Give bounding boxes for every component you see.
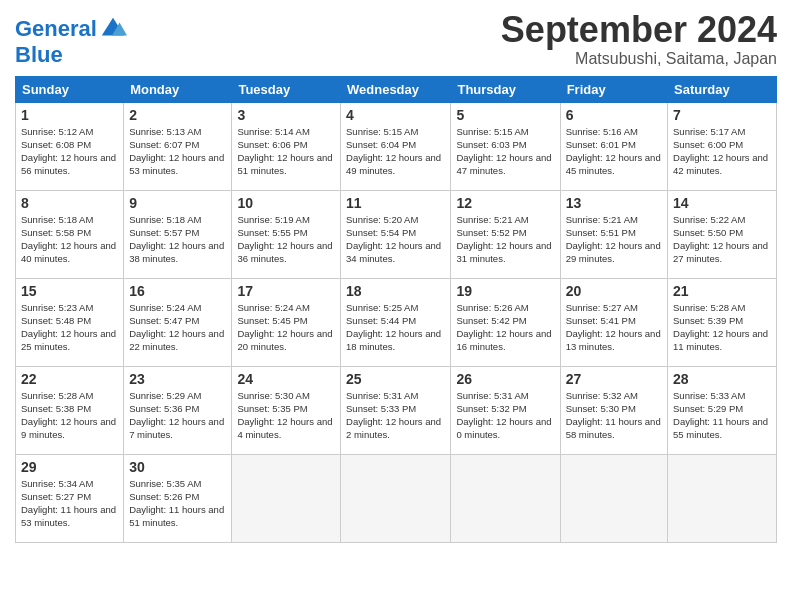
- table-row: 26Sunrise: 5:31 AMSunset: 5:32 PMDayligh…: [451, 366, 560, 454]
- day-number: 27: [566, 371, 662, 387]
- col-thursday: Thursday: [451, 76, 560, 102]
- logo: General Blue: [15, 15, 127, 67]
- table-row: [232, 454, 341, 542]
- table-row: [560, 454, 667, 542]
- calendar-table: Sunday Monday Tuesday Wednesday Thursday…: [15, 76, 777, 543]
- table-row: 20Sunrise: 5:27 AMSunset: 5:41 PMDayligh…: [560, 278, 667, 366]
- col-saturday: Saturday: [668, 76, 777, 102]
- table-row: 27Sunrise: 5:32 AMSunset: 5:30 PMDayligh…: [560, 366, 667, 454]
- logo-text: General: [15, 17, 97, 41]
- table-row: 10Sunrise: 5:19 AMSunset: 5:55 PMDayligh…: [232, 190, 341, 278]
- day-info: Sunrise: 5:27 AMSunset: 5:41 PMDaylight:…: [566, 301, 662, 354]
- day-info: Sunrise: 5:30 AMSunset: 5:35 PMDaylight:…: [237, 389, 335, 442]
- day-number: 19: [456, 283, 554, 299]
- day-number: 9: [129, 195, 226, 211]
- day-number: 12: [456, 195, 554, 211]
- day-info: Sunrise: 5:14 AMSunset: 6:06 PMDaylight:…: [237, 125, 335, 178]
- day-info: Sunrise: 5:28 AMSunset: 5:38 PMDaylight:…: [21, 389, 118, 442]
- title-area: September 2024 Matsubushi, Saitama, Japa…: [501, 10, 777, 68]
- day-number: 11: [346, 195, 445, 211]
- day-info: Sunrise: 5:34 AMSunset: 5:27 PMDaylight:…: [21, 477, 118, 530]
- day-info: Sunrise: 5:12 AMSunset: 6:08 PMDaylight:…: [21, 125, 118, 178]
- day-info: Sunrise: 5:18 AMSunset: 5:58 PMDaylight:…: [21, 213, 118, 266]
- day-info: Sunrise: 5:17 AMSunset: 6:00 PMDaylight:…: [673, 125, 771, 178]
- day-number: 5: [456, 107, 554, 123]
- day-number: 17: [237, 283, 335, 299]
- calendar-row-5: 29Sunrise: 5:34 AMSunset: 5:27 PMDayligh…: [16, 454, 777, 542]
- table-row: 7Sunrise: 5:17 AMSunset: 6:00 PMDaylight…: [668, 102, 777, 190]
- day-number: 3: [237, 107, 335, 123]
- day-info: Sunrise: 5:35 AMSunset: 5:26 PMDaylight:…: [129, 477, 226, 530]
- day-info: Sunrise: 5:22 AMSunset: 5:50 PMDaylight:…: [673, 213, 771, 266]
- table-row: 1Sunrise: 5:12 AMSunset: 6:08 PMDaylight…: [16, 102, 124, 190]
- day-info: Sunrise: 5:23 AMSunset: 5:48 PMDaylight:…: [21, 301, 118, 354]
- col-sunday: Sunday: [16, 76, 124, 102]
- day-number: 21: [673, 283, 771, 299]
- table-row: 15Sunrise: 5:23 AMSunset: 5:48 PMDayligh…: [16, 278, 124, 366]
- day-info: Sunrise: 5:16 AMSunset: 6:01 PMDaylight:…: [566, 125, 662, 178]
- day-number: 22: [21, 371, 118, 387]
- day-number: 18: [346, 283, 445, 299]
- calendar-header-row: Sunday Monday Tuesday Wednesday Thursday…: [16, 76, 777, 102]
- day-number: 24: [237, 371, 335, 387]
- day-number: 8: [21, 195, 118, 211]
- day-number: 4: [346, 107, 445, 123]
- day-info: Sunrise: 5:15 AMSunset: 6:04 PMDaylight:…: [346, 125, 445, 178]
- day-number: 1: [21, 107, 118, 123]
- day-number: 16: [129, 283, 226, 299]
- day-number: 25: [346, 371, 445, 387]
- location-subtitle: Matsubushi, Saitama, Japan: [501, 50, 777, 68]
- table-row: 29Sunrise: 5:34 AMSunset: 5:27 PMDayligh…: [16, 454, 124, 542]
- day-number: 30: [129, 459, 226, 475]
- table-row: 12Sunrise: 5:21 AMSunset: 5:52 PMDayligh…: [451, 190, 560, 278]
- day-info: Sunrise: 5:26 AMSunset: 5:42 PMDaylight:…: [456, 301, 554, 354]
- table-row: 5Sunrise: 5:15 AMSunset: 6:03 PMDaylight…: [451, 102, 560, 190]
- day-number: 14: [673, 195, 771, 211]
- col-tuesday: Tuesday: [232, 76, 341, 102]
- day-info: Sunrise: 5:19 AMSunset: 5:55 PMDaylight:…: [237, 213, 335, 266]
- day-number: 28: [673, 371, 771, 387]
- col-friday: Friday: [560, 76, 667, 102]
- day-info: Sunrise: 5:31 AMSunset: 5:33 PMDaylight:…: [346, 389, 445, 442]
- col-monday: Monday: [124, 76, 232, 102]
- day-number: 20: [566, 283, 662, 299]
- day-info: Sunrise: 5:25 AMSunset: 5:44 PMDaylight:…: [346, 301, 445, 354]
- table-row: 19Sunrise: 5:26 AMSunset: 5:42 PMDayligh…: [451, 278, 560, 366]
- table-row: 9Sunrise: 5:18 AMSunset: 5:57 PMDaylight…: [124, 190, 232, 278]
- calendar-row-2: 8Sunrise: 5:18 AMSunset: 5:58 PMDaylight…: [16, 190, 777, 278]
- table-row: 17Sunrise: 5:24 AMSunset: 5:45 PMDayligh…: [232, 278, 341, 366]
- month-title: September 2024: [501, 10, 777, 50]
- day-info: Sunrise: 5:15 AMSunset: 6:03 PMDaylight:…: [456, 125, 554, 178]
- day-info: Sunrise: 5:29 AMSunset: 5:36 PMDaylight:…: [129, 389, 226, 442]
- calendar-row-4: 22Sunrise: 5:28 AMSunset: 5:38 PMDayligh…: [16, 366, 777, 454]
- day-info: Sunrise: 5:28 AMSunset: 5:39 PMDaylight:…: [673, 301, 771, 354]
- day-info: Sunrise: 5:32 AMSunset: 5:30 PMDaylight:…: [566, 389, 662, 442]
- table-row: 13Sunrise: 5:21 AMSunset: 5:51 PMDayligh…: [560, 190, 667, 278]
- day-number: 13: [566, 195, 662, 211]
- calendar-row-1: 1Sunrise: 5:12 AMSunset: 6:08 PMDaylight…: [16, 102, 777, 190]
- day-number: 6: [566, 107, 662, 123]
- table-row: 30Sunrise: 5:35 AMSunset: 5:26 PMDayligh…: [124, 454, 232, 542]
- col-wednesday: Wednesday: [341, 76, 451, 102]
- day-number: 7: [673, 107, 771, 123]
- table-row: 21Sunrise: 5:28 AMSunset: 5:39 PMDayligh…: [668, 278, 777, 366]
- day-info: Sunrise: 5:18 AMSunset: 5:57 PMDaylight:…: [129, 213, 226, 266]
- table-row: 11Sunrise: 5:20 AMSunset: 5:54 PMDayligh…: [341, 190, 451, 278]
- day-number: 26: [456, 371, 554, 387]
- table-row: 6Sunrise: 5:16 AMSunset: 6:01 PMDaylight…: [560, 102, 667, 190]
- day-info: Sunrise: 5:24 AMSunset: 5:45 PMDaylight:…: [237, 301, 335, 354]
- day-number: 15: [21, 283, 118, 299]
- header: General Blue September 2024 Matsubushi, …: [15, 10, 777, 68]
- table-row: 16Sunrise: 5:24 AMSunset: 5:47 PMDayligh…: [124, 278, 232, 366]
- day-info: Sunrise: 5:31 AMSunset: 5:32 PMDaylight:…: [456, 389, 554, 442]
- page-container: General Blue September 2024 Matsubushi, …: [0, 0, 792, 553]
- table-row: 2Sunrise: 5:13 AMSunset: 6:07 PMDaylight…: [124, 102, 232, 190]
- day-number: 2: [129, 107, 226, 123]
- logo-blue-text: Blue: [15, 43, 127, 67]
- table-row: 28Sunrise: 5:33 AMSunset: 5:29 PMDayligh…: [668, 366, 777, 454]
- day-info: Sunrise: 5:20 AMSunset: 5:54 PMDaylight:…: [346, 213, 445, 266]
- day-number: 10: [237, 195, 335, 211]
- day-info: Sunrise: 5:21 AMSunset: 5:51 PMDaylight:…: [566, 213, 662, 266]
- table-row: 25Sunrise: 5:31 AMSunset: 5:33 PMDayligh…: [341, 366, 451, 454]
- day-info: Sunrise: 5:21 AMSunset: 5:52 PMDaylight:…: [456, 213, 554, 266]
